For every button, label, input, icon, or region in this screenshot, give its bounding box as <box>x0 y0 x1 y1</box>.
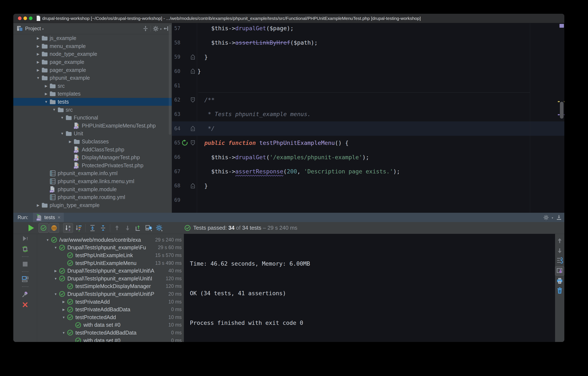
project-tree-item[interactable]: ▼Unit <box>13 130 172 138</box>
chevron-right-icon[interactable]: ▶ <box>35 44 41 48</box>
import-export-results-icon[interactable] <box>133 223 143 233</box>
test-tree-item[interactable]: ▼Drupal\Tests\phpunit_example\Fu29 s 60 … <box>37 244 184 252</box>
test-tree-item[interactable]: ▶testPrivateAdd10 ms <box>37 298 184 306</box>
test-tree-item[interactable]: ▶testPrivateAddBadData0 ms <box>37 306 184 313</box>
test-tree-item[interactable]: ▼testProtectedAdd10 ms <box>37 313 184 321</box>
fold-end-icon[interactable] <box>189 126 196 131</box>
chevron-down-icon[interactable]: ▼ <box>61 331 66 334</box>
fold-start-icon[interactable] <box>189 140 196 146</box>
expand-all-icon[interactable] <box>87 223 98 233</box>
up-stack-icon[interactable] <box>556 237 564 245</box>
chevron-down-icon[interactable]: ▼ <box>35 76 41 80</box>
chevron-right-icon[interactable]: ▶ <box>67 140 73 144</box>
chevron-down-icon[interactable]: ▼ <box>45 238 51 242</box>
project-tree-item[interactable]: ▶pager_example <box>13 66 172 74</box>
previous-failed-icon[interactable] <box>112 223 122 233</box>
test-tree-item[interactable]: ▼Drupal\Tests\phpunit_example\Unit\P20 m… <box>37 290 184 298</box>
close-icon[interactable]: × <box>57 214 60 220</box>
gear-icon[interactable] <box>152 25 160 32</box>
project-tree-item[interactable]: ▶menu_example <box>13 42 172 50</box>
sort-alphabetically-toggle[interactable]: az <box>63 223 73 233</box>
fold-end-icon[interactable] <box>189 183 196 189</box>
collapse-all-icon[interactable] <box>141 25 150 32</box>
project-tree-item[interactable]: ▶templates <box>13 90 172 98</box>
editor-scrollbar[interactable] <box>560 102 564 119</box>
stop-icon[interactable] <box>21 260 29 268</box>
project-tree-item[interactable]: ▼tests <box>13 98 172 106</box>
chevron-down-icon[interactable]: ▼ <box>59 132 65 135</box>
dock-panel-icon[interactable] <box>556 215 562 220</box>
sort-by-duration-icon[interactable] <box>74 223 84 233</box>
chevron-right-icon[interactable]: ▶ <box>43 92 49 96</box>
chevron-right-icon[interactable]: ▶ <box>35 52 41 56</box>
project-tree-item[interactable]: ▶js_example <box>13 34 172 42</box>
fold-end-icon[interactable] <box>189 54 196 60</box>
chevron-right-icon[interactable]: ▶ <box>61 300 66 304</box>
project-tree-item[interactable]: phpProtectedPrivatesTest.php <box>13 162 172 170</box>
chevron-right-icon[interactable]: ▶ <box>35 60 41 64</box>
chevron-down-icon[interactable]: ▼ <box>59 116 65 120</box>
down-stack-icon[interactable] <box>556 247 564 254</box>
print-icon[interactable] <box>556 277 564 285</box>
project-tree-item[interactable]: phpunit_example.links.menu.yml <box>13 177 172 186</box>
project-tree-item[interactable]: phpunit_example.routing.yml <box>13 193 172 201</box>
chevron-down-icon[interactable]: ▼ <box>61 316 66 319</box>
test-tree-item[interactable]: with data set #010 ms <box>37 321 184 329</box>
test-history-icon[interactable] <box>144 223 154 233</box>
project-panel-title[interactable]: Project <box>25 26 41 32</box>
analysis-status-indicator[interactable] <box>559 24 564 28</box>
test-tree-item[interactable]: ▼/var/www/web/modules/contrib/exa29 s 24… <box>37 236 184 244</box>
collapse-all-icon[interactable] <box>98 223 108 233</box>
test-tree-item[interactable]: ▼Drupal\Tests\phpunit_example\Unit\I120 … <box>37 275 184 283</box>
test-tree-item[interactable]: testSimpleMockDisplayManager120 ms <box>37 283 184 290</box>
show-passed-toggle[interactable] <box>38 223 49 233</box>
chevron-right-icon[interactable]: ▶ <box>53 269 59 273</box>
project-tree-item[interactable]: ▼phpunit_example <box>13 74 172 82</box>
project-tree-item[interactable]: phpDisplayManagerTest.php <box>13 154 172 162</box>
project-tree-item[interactable]: ▼Functional <box>13 114 172 122</box>
console-output[interactable]: Time: 46.62 seconds, Memory: 6.00MB OK (… <box>184 234 555 342</box>
scroll-to-end-icon[interactable] <box>555 266 564 276</box>
project-tree-item[interactable]: ▶src <box>13 82 172 90</box>
test-tree-item[interactable]: testPhpUnitExampleLink15 s 570 ms <box>37 252 184 259</box>
chevron-down-icon[interactable]: ▼ <box>51 108 57 112</box>
test-tree-item[interactable]: with data set #00 ms <box>37 337 184 342</box>
chevron-right-icon[interactable]: ▶ <box>61 308 66 311</box>
test-tree-item[interactable]: ▼testProtectedAddBadData0 ms <box>37 329 184 337</box>
project-tree-item[interactable]: ▶Subclasses <box>13 138 172 146</box>
rerun-failed-icon[interactable]: ! <box>21 235 29 242</box>
settings-gear-icon[interactable] <box>154 223 164 233</box>
show-ignored-toggle[interactable] <box>49 223 59 233</box>
chevron-right-icon[interactable]: ▶ <box>35 36 41 40</box>
code-editor[interactable]: 57 $this->drupalGet($page);58 $this->ass… <box>172 23 564 213</box>
toggle-auto-test-icon[interactable] <box>21 245 29 253</box>
project-tree-item[interactable]: phpPHPUnitExampleMenuTest.php <box>13 122 172 130</box>
next-failed-icon[interactable] <box>123 223 133 233</box>
clear-all-icon[interactable] <box>556 287 564 294</box>
chevron-right-icon[interactable]: ▶ <box>43 84 49 88</box>
fold-end-icon[interactable] <box>189 68 196 74</box>
chevron-right-icon[interactable]: ▶ <box>35 68 41 72</box>
run-icon[interactable] <box>29 225 34 231</box>
close-icon[interactable] <box>21 301 29 309</box>
project-tree-item[interactable]: ▶page_example <box>13 58 172 66</box>
project-tree-item[interactable]: ▶node_type_example <box>13 50 172 58</box>
minimize-window-button[interactable] <box>23 16 27 20</box>
chevron-right-icon[interactable]: ▶ <box>35 203 41 207</box>
project-tree-item[interactable]: ▶plugin_type_example <box>13 201 172 209</box>
project-tree-item[interactable]: phpAddClassTest.php <box>13 145 172 154</box>
chevron-down-icon[interactable]: ▼ <box>53 292 59 296</box>
run-test-gutter-icon[interactable] <box>180 140 189 146</box>
project-tree-item[interactable]: phpphpunit_example.module <box>13 185 172 193</box>
zoom-window-button[interactable] <box>29 16 32 20</box>
project-scrollbar[interactable] <box>169 25 171 135</box>
test-tree-item[interactable]: ▶Drupal\Tests\phpunit_example\Unit\A40 m… <box>37 267 184 275</box>
soft-wrap-icon[interactable] <box>556 256 564 264</box>
run-tab-tests[interactable]: php tests × <box>33 213 64 222</box>
fold-start-icon[interactable] <box>189 97 196 103</box>
restore-layout-icon[interactable] <box>21 275 29 283</box>
chevron-down-icon[interactable]: ▼ <box>53 246 59 249</box>
chevron-down-icon[interactable]: ▼ <box>53 277 59 280</box>
project-tree-item[interactable]: phpunit_example.info.yml <box>13 169 172 177</box>
gear-icon[interactable] <box>543 215 549 220</box>
